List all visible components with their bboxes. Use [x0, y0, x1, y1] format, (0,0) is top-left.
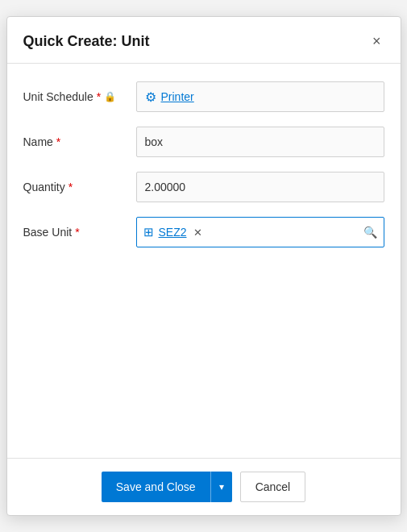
required-indicator: *	[75, 226, 79, 239]
unit-schedule-link-container: ⚙ Printer	[136, 81, 384, 112]
name-input[interactable]	[136, 127, 384, 157]
base-unit-search-icon[interactable]: 🔍	[363, 226, 377, 239]
cancel-button[interactable]: Cancel	[240, 472, 306, 502]
base-unit-remove-button[interactable]: ✕	[193, 227, 202, 239]
printer-link-icon: ⚙	[145, 89, 156, 105]
base-unit-label: Base Unit *	[23, 226, 136, 239]
save-dropdown-button[interactable]: ▾	[210, 472, 232, 502]
unit-schedule-label: Unit Schedule * 🔒	[23, 90, 136, 103]
save-and-close-button[interactable]: Save and Close	[102, 472, 210, 502]
save-button-group: Save and Close ▾	[102, 472, 232, 502]
base-unit-icon: ⊞	[143, 225, 154, 239]
required-indicator: *	[97, 90, 101, 103]
base-unit-field: ⊞ SEZ2 ✕ 🔍	[136, 217, 384, 247]
quantity-label: Quantity *	[23, 181, 136, 193]
quantity-field	[136, 172, 384, 202]
dialog-title: Quick Create: Unit	[23, 33, 150, 50]
base-unit-container: ⊞ SEZ2 ✕ 🔍	[136, 217, 384, 247]
name-row: Name *	[23, 125, 384, 159]
required-indicator: *	[56, 135, 60, 148]
dialog-header: Quick Create: Unit ×	[7, 17, 401, 64]
dropdown-arrow-icon: ▾	[219, 481, 224, 493]
name-label: Name *	[23, 135, 136, 148]
close-icon: ×	[372, 33, 381, 50]
quantity-input[interactable]	[136, 172, 384, 202]
required-indicator: *	[69, 181, 73, 193]
unit-schedule-row: Unit Schedule * 🔒 ⚙ Printer	[23, 80, 384, 114]
unit-schedule-field: ⚙ Printer	[136, 81, 384, 112]
lock-icon: 🔒	[104, 91, 116, 102]
unit-schedule-value[interactable]: Printer	[161, 90, 194, 103]
base-unit-row: Base Unit * ⊞ SEZ2 ✕ 🔍	[23, 215, 384, 249]
quick-create-dialog: Quick Create: Unit × Unit Schedule * 🔒 ⚙…	[6, 16, 401, 516]
close-button[interactable]: ×	[369, 30, 384, 53]
base-unit-value[interactable]: SEZ2	[159, 226, 187, 239]
dialog-footer: Save and Close ▾ Cancel	[7, 458, 401, 515]
name-field	[136, 127, 384, 157]
quantity-row: Quantity *	[23, 170, 384, 204]
dialog-body: Unit Schedule * 🔒 ⚙ Printer Name *	[7, 64, 401, 364]
